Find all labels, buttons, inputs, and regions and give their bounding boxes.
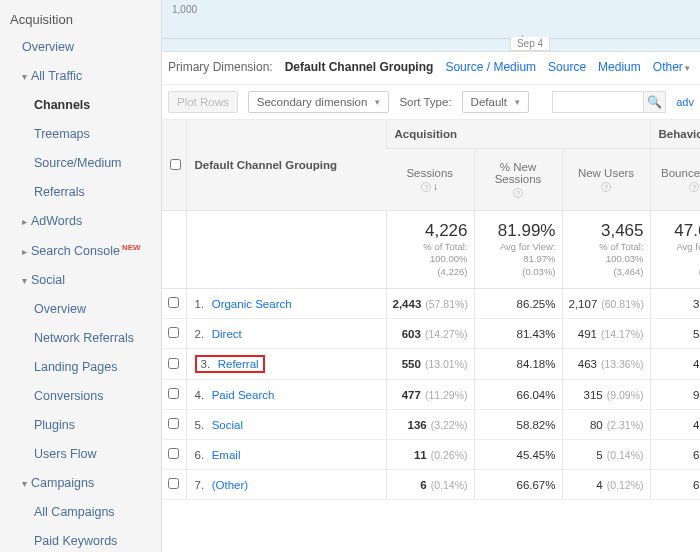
row-checkbox[interactable] <box>168 418 179 429</box>
cell-bounce: 45.27% <box>650 349 700 380</box>
row-checkbox[interactable] <box>168 388 179 399</box>
sidebar-item-overview[interactable]: Overview <box>0 295 161 324</box>
channel-link[interactable]: Organic Search <box>212 298 292 310</box>
cell-bounce: 37.41% <box>650 289 700 319</box>
sidebar-item-plugins[interactable]: Plugins <box>0 411 161 440</box>
search-input[interactable] <box>553 92 643 112</box>
secondary-dimension-select[interactable]: Secondary dimension <box>248 91 390 113</box>
channel-link[interactable]: (Other) <box>212 479 248 491</box>
dimension-header[interactable]: Default Channel Grouping <box>186 120 386 211</box>
select-all-checkbox[interactable] <box>170 159 181 170</box>
sidebar-item-label: Source/Medium <box>34 156 122 170</box>
sidebar-item-paid-keywords[interactable]: Paid Keywords <box>0 527 161 552</box>
sidebar-section-acquisition[interactable]: Acquisition <box>0 6 161 33</box>
col-pct-new[interactable]: % New Sessions? <box>474 149 562 211</box>
dim-link-source[interactable]: Source <box>548 60 586 74</box>
col-bounce[interactable]: Bounce Rate? <box>650 149 700 211</box>
row-checkbox[interactable] <box>168 327 179 338</box>
table-row: 7. (Other)6(0.14%)66.67%4(0.12%)66.67% <box>162 470 700 500</box>
table-row: 1. Organic Search2,443(57.81%)86.25%2,10… <box>162 289 700 319</box>
sidebar-item-network-referrals[interactable]: Network Referrals <box>0 324 161 353</box>
col-new-users[interactable]: New Users? <box>562 149 650 211</box>
sidebar-item-referrals[interactable]: Referrals <box>0 178 161 207</box>
summary-row: 4,226 % of Total: 100.00% (4,226) 81.99%… <box>162 211 700 289</box>
cell-bounce: 41.18% <box>650 410 700 440</box>
sidebar-item-overview[interactable]: Overview <box>0 33 161 62</box>
sidebar-item-label: Channels <box>34 98 90 112</box>
summary-pct-new: 81.99% Avg for View: 81.97% (0.03%) <box>474 211 562 289</box>
cell-pct-new: 58.82% <box>474 410 562 440</box>
sidebar-item-label: Search Console <box>31 244 120 258</box>
sidebar-item-source-medium[interactable]: Source/Medium <box>0 149 161 178</box>
sidebar-item-treemaps[interactable]: Treemaps <box>0 120 161 149</box>
search-button[interactable]: 🔍 <box>643 92 665 112</box>
cell-new-users: 80(2.31%) <box>562 410 650 440</box>
cell-pct-new: 84.18% <box>474 349 562 380</box>
sidebar-item-label: AdWords <box>31 214 82 228</box>
chevron-right-icon <box>22 214 31 228</box>
advanced-link[interactable]: adv <box>676 96 694 108</box>
dimension-cell: 6. Email <box>186 440 386 470</box>
cell-pct-new: 81.43% <box>474 319 562 349</box>
sidebar-item-users-flow[interactable]: Users Flow <box>0 440 161 469</box>
sort-type-select[interactable]: Default <box>462 91 529 113</box>
sidebar-item-adwords[interactable]: AdWords <box>0 207 161 236</box>
group-acquisition: Acquisition <box>386 120 650 149</box>
dimension-cell: 3. Referral <box>186 349 386 380</box>
row-checkbox[interactable] <box>168 358 179 369</box>
channel-link[interactable]: Social <box>212 419 243 431</box>
dim-link-medium[interactable]: Medium <box>598 60 641 74</box>
sidebar-item-label: Landing Pages <box>34 360 117 374</box>
summary-sessions: 4,226 % of Total: 100.00% (4,226) <box>386 211 474 289</box>
summary-bounce: 47.63% Avg for View: 47.63% (0.00%) <box>650 211 700 289</box>
table-toolbar: Plot Rows Secondary dimension Sort Type:… <box>162 85 700 120</box>
sidebar-item-label: All Traffic <box>31 69 82 83</box>
sidebar-list: OverviewAll TrafficChannelsTreemapsSourc… <box>0 33 161 552</box>
primary-dimension-row: Primary Dimension: Default Channel Group… <box>162 52 700 85</box>
help-icon[interactable]: ? <box>513 188 523 198</box>
cell-sessions: 2,443(57.81%) <box>386 289 474 319</box>
channel-link[interactable]: Paid Search <box>212 389 275 401</box>
cell-bounce: 94.76% <box>650 380 700 410</box>
channel-link[interactable]: Email <box>212 449 241 461</box>
dimension-cell: 2. Direct <box>186 319 386 349</box>
cell-pct-new: 86.25% <box>474 289 562 319</box>
cell-bounce: 66.67% <box>650 470 700 500</box>
cell-sessions: 6(0.14%) <box>386 470 474 500</box>
primary-dimension-active[interactable]: Default Channel Grouping <box>285 60 434 74</box>
sidebar-item-social[interactable]: Social <box>0 266 161 295</box>
row-checkbox[interactable] <box>168 297 179 308</box>
channel-link[interactable]: Direct <box>212 328 242 340</box>
chevron-down-icon <box>22 273 31 287</box>
row-checkbox[interactable] <box>168 478 179 489</box>
dim-link-other[interactable]: Other <box>653 60 691 74</box>
sidebar-item-label: Treemaps <box>34 127 90 141</box>
sidebar-item-campaigns[interactable]: Campaigns <box>0 469 161 498</box>
dimension-cell: 4. Paid Search <box>186 380 386 410</box>
channel-link[interactable]: Referral <box>218 358 259 370</box>
sidebar-item-landing-pages[interactable]: Landing Pages <box>0 353 161 382</box>
main: 1,000 Sep 4 Primary Dimension: Default C… <box>162 0 700 552</box>
help-icon[interactable]: ? <box>601 182 611 192</box>
cell-sessions: 136(3.22%) <box>386 410 474 440</box>
sidebar-item-conversions[interactable]: Conversions <box>0 382 161 411</box>
sidebar-item-all-traffic[interactable]: All Traffic <box>0 62 161 91</box>
cell-new-users: 463(13.36%) <box>562 349 650 380</box>
sidebar-item-search-console[interactable]: Search ConsoleNEW <box>0 236 161 266</box>
help-icon[interactable]: ? <box>421 182 431 192</box>
chevron-down-icon <box>22 69 31 83</box>
cell-pct-new: 66.67% <box>474 470 562 500</box>
dimension-cell: 7. (Other) <box>186 470 386 500</box>
help-icon[interactable]: ? <box>689 182 699 192</box>
cell-new-users: 491(14.17%) <box>562 319 650 349</box>
chart-date-marker: Sep 4 <box>510 37 550 51</box>
sidebar: Acquisition OverviewAll TrafficChannelsT… <box>0 0 162 552</box>
sidebar-item-all-campaigns[interactable]: All Campaigns <box>0 498 161 527</box>
row-checkbox[interactable] <box>168 448 179 459</box>
sidebar-item-label: Social <box>31 273 65 287</box>
sidebar-item-channels[interactable]: Channels <box>0 91 161 120</box>
col-sessions[interactable]: Sessions?↓ <box>386 149 474 211</box>
sidebar-item-label: Conversions <box>34 389 103 403</box>
sidebar-item-label: Campaigns <box>31 476 94 490</box>
dim-link-source-medium[interactable]: Source / Medium <box>445 60 536 74</box>
